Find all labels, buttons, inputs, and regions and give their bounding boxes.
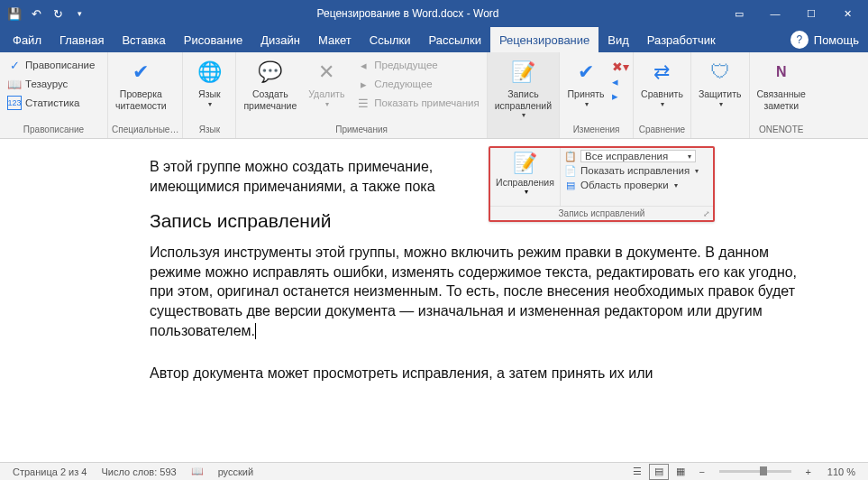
show-comments-button[interactable]: ☰Показать примечания xyxy=(352,94,482,112)
redo-icon[interactable]: ↻ xyxy=(50,6,65,21)
ribbon: ✓Правописание 📖Тезаурус 123Статистика Пр… xyxy=(0,52,868,139)
zoom-slider[interactable] xyxy=(719,470,791,473)
tracking-callout: 📝 Исправления ▾ 📋 Все исправления▾ 📄 Пок… xyxy=(489,146,715,222)
prev-comment-button[interactable]: ◂Предыдущее xyxy=(352,56,482,74)
chevron-down-icon: ▾ xyxy=(688,152,691,161)
tab-draw[interactable]: Рисование xyxy=(175,27,251,52)
language-button[interactable]: 🌐 Язык ▾ xyxy=(187,56,232,110)
tab-home[interactable]: Главная xyxy=(50,27,113,52)
tab-mailings[interactable]: Рассылки xyxy=(420,27,490,52)
accept-icon: ✔ xyxy=(571,58,600,87)
chevron-down-icon: ▾ xyxy=(325,100,329,109)
statistics-button[interactable]: 123Статистика xyxy=(4,94,98,112)
show-comments-icon: ☰ xyxy=(356,96,370,110)
next-change-icon[interactable]: ▸ xyxy=(612,89,629,103)
chevron-down-icon: ▾ xyxy=(585,100,589,109)
zoom-in-icon[interactable]: + xyxy=(799,464,818,480)
next-comment-button[interactable]: ▸Следующее xyxy=(352,75,482,93)
titlebar: 💾 ↶ ↻ ▾ Рецензирование в Word.docx - Wor… xyxy=(0,0,868,27)
onenote-icon: N xyxy=(767,58,796,87)
group-accessibility: ✔ Проверка читаемости Специальные… xyxy=(108,52,183,138)
spellcheck-icon: ✓ xyxy=(7,58,22,72)
group-proofing-label: Правописание xyxy=(4,123,104,136)
thesaurus-button[interactable]: 📖Тезаурус xyxy=(4,75,98,93)
undo-icon[interactable]: ↶ xyxy=(29,6,43,21)
group-language: 🌐 Язык ▾ Язык xyxy=(183,52,236,138)
zoom-out-icon[interactable]: − xyxy=(692,464,712,480)
read-mode-icon[interactable]: ☰ xyxy=(627,464,647,480)
tab-review[interactable]: Рецензирование xyxy=(490,27,598,52)
text-cursor xyxy=(255,323,256,339)
callout-group-label: Запись исправлений ⤢ xyxy=(490,206,713,220)
group-proofing: ✓Правописание 📖Тезаурус 123Статистика Пр… xyxy=(0,52,108,138)
group-tracking: 📝 Запись исправлений ▾ xyxy=(488,52,560,138)
statusbar: Страница 2 из 4 Число слов: 593 📖 русски… xyxy=(0,462,868,480)
group-tracking-label xyxy=(491,133,555,136)
group-comments-label: Примечания xyxy=(240,123,482,136)
window-controls: ▭ — ☐ ✕ xyxy=(722,1,868,26)
compare-icon: ⇄ xyxy=(647,58,676,87)
language-status[interactable]: русский xyxy=(211,466,260,477)
word-count[interactable]: Число слов: 593 xyxy=(94,466,183,477)
chevron-down-icon: ▾ xyxy=(522,111,525,120)
web-layout-icon[interactable]: ▦ xyxy=(671,464,690,480)
tab-insert[interactable]: Вставка xyxy=(113,27,174,52)
ribbon-display-icon[interactable]: ▭ xyxy=(722,1,756,26)
delete-comment-button[interactable]: ✕ Удалить ▾ xyxy=(304,56,349,110)
group-changes-label: Изменения xyxy=(563,123,629,136)
help-button[interactable]: ? Помощь xyxy=(781,31,868,49)
tab-design[interactable]: Дизайн xyxy=(251,27,309,52)
chevron-down-icon: ▾ xyxy=(695,167,699,175)
qat-customize-icon[interactable]: ▾ xyxy=(72,6,87,21)
document-area[interactable]: В этой группе можно создать примечание, … xyxy=(0,139,868,462)
close-icon[interactable]: ✕ xyxy=(830,1,864,26)
tab-references[interactable]: Ссылки xyxy=(361,27,420,52)
minimize-icon[interactable]: — xyxy=(758,1,792,26)
new-comment-button[interactable]: 💬 Создать примечание xyxy=(240,56,300,113)
tab-file[interactable]: Файл xyxy=(4,27,50,52)
save-icon[interactable]: 💾 xyxy=(7,6,22,21)
track-changes-icon: 📝 xyxy=(508,58,537,87)
group-language-label: Язык xyxy=(187,123,232,136)
chevron-down-icon: ▾ xyxy=(719,100,723,109)
group-changes: ✔ Принять ▾ ✖▾ ◂ ▸ Изменения xyxy=(560,52,634,138)
spelling-button[interactable]: ✓Правописание xyxy=(4,56,98,74)
stats-icon: 123 xyxy=(7,96,22,110)
group-compare: ⇄ Сравнить ▾ Сравнение xyxy=(634,52,691,138)
reject-icon[interactable]: ✖▾ xyxy=(612,60,629,74)
protect-button[interactable]: 🛡 Защитить ▾ xyxy=(695,56,745,110)
doc-paragraph: Используя инструменты этой группы, можно… xyxy=(150,243,814,340)
prev-change-icon[interactable]: ◂ xyxy=(612,75,629,88)
pane-icon: ▤ xyxy=(564,179,577,191)
help-label: Помощь xyxy=(814,33,859,47)
track-changes-button[interactable]: 📝 Запись исправлений ▾ xyxy=(491,56,555,122)
accessibility-icon: ✔ xyxy=(126,58,155,87)
spellcheck-status[interactable]: 📖 xyxy=(184,466,211,477)
zoom-level[interactable]: 110 % xyxy=(820,466,863,477)
proof-icon: 📖 xyxy=(191,466,204,477)
maximize-icon[interactable]: ☐ xyxy=(794,1,828,26)
list-icon: 📋 xyxy=(564,150,577,162)
tab-developer[interactable]: Разработчик xyxy=(638,27,725,52)
shield-icon: 🛡 xyxy=(706,58,735,87)
show-markup-dropdown[interactable]: 📄 Показать исправления ▾ xyxy=(564,164,709,177)
accept-button[interactable]: ✔ Принять ▾ xyxy=(563,56,608,110)
reviewing-pane-dropdown[interactable]: ▤ Область проверки ▾ xyxy=(564,179,709,191)
display-for-review-dropdown[interactable]: 📋 Все исправления▾ xyxy=(564,150,709,162)
zoom-thumb[interactable] xyxy=(760,466,767,475)
onenote-button[interactable]: N Связанные заметки xyxy=(754,56,809,113)
group-accessibility-label: Специальные… xyxy=(112,123,178,136)
tab-view[interactable]: Вид xyxy=(598,27,638,52)
quick-access-toolbar: 💾 ↶ ↻ ▾ xyxy=(0,6,94,21)
tab-layout[interactable]: Макет xyxy=(309,27,361,52)
check-accessibility-button[interactable]: ✔ Проверка читаемости xyxy=(112,56,170,113)
chevron-down-icon: ▾ xyxy=(674,181,678,189)
ribbon-tabs: Файл Главная Вставка Рисование Дизайн Ма… xyxy=(0,27,868,52)
page-indicator[interactable]: Страница 2 из 4 xyxy=(5,466,94,477)
window-title: Рецензирование в Word.docx - Word xyxy=(94,7,722,20)
compare-button[interactable]: ⇄ Сравнить ▾ xyxy=(637,56,687,110)
dialog-launcher-icon[interactable]: ⤢ xyxy=(703,209,710,218)
group-onenote: N Связанные заметки ONENOTE xyxy=(750,52,813,138)
chevron-down-icon: ▾ xyxy=(208,100,212,109)
print-layout-icon[interactable]: ▤ xyxy=(649,464,669,480)
